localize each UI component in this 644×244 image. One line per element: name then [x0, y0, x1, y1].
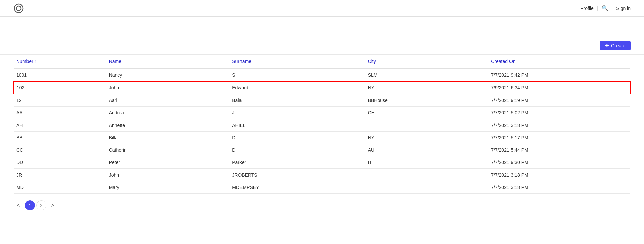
table-row[interactable]: CCCatherinDAU7/7/2021 5:44 PM — [14, 144, 630, 156]
table-row[interactable]: 102JohnEdwardNY7/9/2021 6:34 PM — [14, 81, 630, 94]
cell-name: Peter — [106, 156, 230, 169]
cell-number: BB — [14, 132, 106, 144]
cell-surname: Bala — [229, 94, 365, 107]
col-header-name[interactable]: Name — [106, 55, 230, 68]
cell-city: BBHouse — [365, 94, 489, 107]
pagination-page-1[interactable]: 1 — [25, 200, 35, 210]
cell-name: Mary — [106, 181, 230, 194]
plus-icon: ✚ — [605, 43, 609, 48]
col-header-createdon[interactable]: Created On — [488, 55, 630, 68]
col-city-link[interactable]: City — [368, 59, 376, 64]
cell-city — [365, 181, 489, 194]
cell-surname: S — [229, 68, 365, 81]
pagination: < 1 2 > — [0, 194, 644, 217]
create-label: Create — [611, 43, 625, 48]
spacer — [0, 17, 644, 37]
col-header-surname[interactable]: Surname — [229, 55, 365, 68]
cell-city — [365, 119, 489, 132]
cell-number: CC — [14, 144, 106, 156]
search-icon[interactable]: 🔍 — [602, 5, 608, 11]
table-row[interactable]: 1001NancySSLM7/7/2021 9:42 PM — [14, 68, 630, 81]
cell-number: AA — [14, 107, 106, 119]
cell-name: Nancy — [106, 68, 230, 81]
cell-number: JR — [14, 169, 106, 181]
col-header-city[interactable]: City — [365, 55, 489, 68]
pagination-next[interactable]: > — [48, 200, 58, 210]
cell-createdon: 7/7/2021 9:30 PM — [488, 156, 630, 169]
cell-createdon: 7/7/2021 3:18 PM — [488, 119, 630, 132]
cell-createdon: 7/7/2021 3:18 PM — [488, 169, 630, 181]
cell-number: AH — [14, 119, 106, 132]
cell-city: NY — [365, 132, 489, 144]
cell-number: MD — [14, 181, 106, 194]
col-surname-link[interactable]: Surname — [232, 59, 251, 64]
cell-surname: AHILL — [229, 119, 365, 132]
cell-surname: J — [229, 107, 365, 119]
table-header: Number ↑ Name Surname City Created On — [14, 55, 630, 68]
cell-surname: MDEMPSEY — [229, 181, 365, 194]
cell-name: Catherin — [106, 144, 230, 156]
table-container: Number ↑ Name Surname City Created On 10… — [0, 55, 644, 194]
logo — [13, 3, 24, 14]
table-row[interactable]: JRJohnJROBERTS7/7/2021 3:18 PM — [14, 169, 630, 181]
table-row[interactable]: AAAndreaJCH7/7/2021 5:02 PM — [14, 107, 630, 119]
cell-name: John — [106, 81, 230, 94]
col-number-link[interactable]: Number ↑ — [16, 59, 37, 64]
pagination-page-2[interactable]: 2 — [36, 200, 46, 210]
cell-number: 1001 — [14, 68, 106, 81]
cell-surname: Edward — [229, 81, 365, 94]
cell-surname: D — [229, 132, 365, 144]
cell-city: AU — [365, 144, 489, 156]
data-table: Number ↑ Name Surname City Created On 10… — [13, 55, 631, 194]
cell-name: Aari — [106, 94, 230, 107]
table-body: 1001NancySSLM7/7/2021 9:42 PM102JohnEdwa… — [14, 68, 630, 194]
table-row[interactable]: 12AariBalaBBHouse7/7/2021 9:19 PM — [14, 94, 630, 107]
logo-icon — [13, 3, 24, 14]
cell-createdon: 7/7/2021 9:19 PM — [488, 94, 630, 107]
cell-city: NY — [365, 81, 489, 94]
cell-name: Andrea — [106, 107, 230, 119]
col-name-link[interactable]: Name — [109, 59, 121, 64]
svg-point-0 — [14, 4, 23, 13]
col-createdon-link[interactable]: Created On — [491, 59, 515, 64]
table-row[interactable]: BBBillaDNY7/7/2021 5:17 PM — [14, 132, 630, 144]
profile-link[interactable]: Profile — [580, 6, 594, 11]
nav-divider2: | — [612, 6, 613, 11]
table-row[interactable]: AHAnnetteAHILL7/7/2021 3:18 PM — [14, 119, 630, 132]
table-row[interactable]: MDMaryMDEMPSEY7/7/2021 3:18 PM — [14, 181, 630, 194]
cell-city: CH — [365, 107, 489, 119]
cell-number: 102 — [14, 81, 106, 94]
pagination-prev[interactable]: < — [13, 200, 23, 210]
signin-link[interactable]: Sign in — [616, 6, 631, 11]
cell-createdon: 7/7/2021 3:18 PM — [488, 181, 630, 194]
cell-createdon: 7/9/2021 6:34 PM — [488, 81, 630, 94]
header: Profile | 🔍 | Sign in — [0, 0, 644, 17]
header-nav: Profile | 🔍 | Sign in — [580, 5, 631, 11]
nav-divider: | — [597, 6, 598, 11]
cell-city: SLM — [365, 68, 489, 81]
cell-city — [365, 169, 489, 181]
cell-surname: Parker — [229, 156, 365, 169]
col-header-number[interactable]: Number ↑ — [14, 55, 106, 68]
cell-surname: JROBERTS — [229, 169, 365, 181]
create-button[interactable]: ✚ Create — [600, 41, 631, 50]
cell-name: Billa — [106, 132, 230, 144]
toolbar: ✚ Create — [0, 37, 644, 55]
cell-createdon: 7/7/2021 5:44 PM — [488, 144, 630, 156]
cell-createdon: 7/7/2021 5:02 PM — [488, 107, 630, 119]
cell-name: Annette — [106, 119, 230, 132]
cell-number: 12 — [14, 94, 106, 107]
cell-city: IT — [365, 156, 489, 169]
cell-surname: D — [229, 144, 365, 156]
cell-name: John — [106, 169, 230, 181]
cell-createdon: 7/7/2021 9:42 PM — [488, 68, 630, 81]
table-row[interactable]: DDPeterParkerIT7/7/2021 9:30 PM — [14, 156, 630, 169]
svg-point-1 — [16, 6, 21, 11]
cell-number: DD — [14, 156, 106, 169]
cell-createdon: 7/7/2021 5:17 PM — [488, 132, 630, 144]
